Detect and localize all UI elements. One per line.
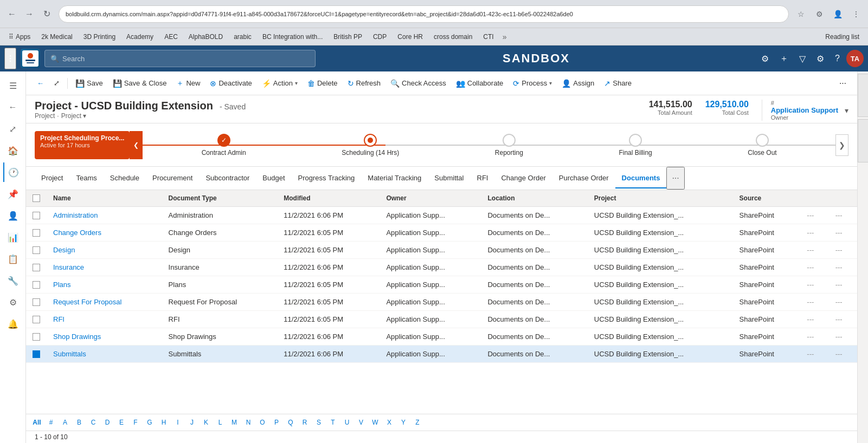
row-name-link[interactable]: Insurance: [53, 263, 84, 271]
check-access-button[interactable]: 🔍 Check Access: [386, 75, 451, 92]
tab-project[interactable]: Project: [35, 168, 69, 188]
filter-icon[interactable]: ▽: [795, 50, 810, 67]
alpha-btn-z[interactable]: Z: [411, 416, 424, 428]
row-name-link[interactable]: Administration: [53, 211, 98, 219]
alpha-btn-b[interactable]: B: [73, 416, 86, 428]
bookmark-british-pp[interactable]: British PP: [329, 32, 367, 42]
tab-schedule[interactable]: Schedule: [104, 168, 146, 188]
gear-icon[interactable]: ⚙: [812, 50, 828, 67]
row-name-link[interactable]: Shop Drawings: [53, 333, 101, 341]
bookmark-cti[interactable]: CTI: [479, 32, 498, 42]
row-checkbox[interactable]: [33, 298, 40, 306]
row-name-link[interactable]: Plans: [53, 281, 71, 289]
sidebar-icon-back[interactable]: ←: [3, 97, 23, 117]
alpha-btn-j[interactable]: J: [185, 416, 198, 428]
alpha-btn-y[interactable]: Y: [397, 416, 410, 428]
tab-purchase-order[interactable]: Purchase Order: [552, 168, 615, 188]
tab-documents[interactable]: Documents: [615, 168, 667, 188]
bookmark-core-hr[interactable]: Core HR: [393, 32, 427, 42]
tab-teams[interactable]: Teams: [69, 168, 103, 188]
action-button[interactable]: ⚡ Action ▾: [258, 75, 302, 92]
alpha-btn-q[interactable]: Q: [284, 416, 297, 428]
right-panel-tab-2[interactable]: [858, 119, 868, 162]
process-stage-contract-admin[interactable]: ✓ Contract Admin: [202, 134, 246, 157]
refresh-button[interactable]: ↻: [39, 6, 54, 22]
back-button[interactable]: ←: [4, 6, 20, 22]
alpha-btn-d[interactable]: D: [101, 416, 114, 428]
tab-budget[interactable]: Budget: [256, 168, 291, 188]
breadcrumb-item-1[interactable]: Project: [35, 112, 55, 120]
alpha-btn-l[interactable]: L: [214, 416, 227, 428]
sidebar-icon-contacts[interactable]: 👤: [3, 206, 23, 225]
bookmark-bc-integration[interactable]: BC Integration with...: [258, 32, 327, 42]
assign-button[interactable]: 👤 Assign: [557, 75, 599, 92]
global-search-bar[interactable]: 🔍 Search: [44, 50, 316, 67]
sidebar-icon-recent[interactable]: 🕐: [3, 162, 23, 182]
active-process-stage[interactable]: Project Scheduling Proce... Active for 1…: [35, 131, 130, 159]
alpha-btn-h[interactable]: H: [157, 416, 170, 428]
breadcrumb-item-2[interactable]: Project ▾: [61, 112, 87, 120]
tab-progress-tracking[interactable]: Progress Tracking: [292, 168, 362, 188]
sidebar-icon-charts[interactable]: 📊: [3, 227, 23, 247]
app-grid-icon[interactable]: ⁝: [4, 48, 16, 69]
alpha-btn-n[interactable]: N: [242, 416, 255, 428]
tab-subcontractor[interactable]: Subcontractor: [199, 168, 256, 188]
alpha-btn-t[interactable]: T: [326, 416, 339, 428]
entity-header-expand-button[interactable]: ▾: [845, 106, 848, 115]
back-button[interactable]: ←: [33, 75, 48, 92]
process-button[interactable]: ⟳ Process ▾: [509, 75, 556, 92]
sidebar-icon-notifications[interactable]: 🔔: [3, 314, 23, 334]
bookmark-arabic[interactable]: arabic: [229, 32, 256, 42]
tab-procurement[interactable]: Procurement: [146, 168, 199, 188]
alpha-btn-k[interactable]: K: [200, 416, 213, 428]
row-checkbox[interactable]: [33, 229, 40, 237]
app-logo[interactable]: [21, 49, 40, 68]
alpha-btn-e[interactable]: E: [115, 416, 128, 428]
save-button[interactable]: 💾 Save: [71, 75, 107, 92]
row-checkbox[interactable]: [33, 246, 40, 254]
right-panel-tab-1[interactable]: [858, 74, 868, 117]
popup-button[interactable]: ⤢: [49, 75, 64, 92]
bookmark-2k-medical[interactable]: 2k Medical: [37, 32, 76, 42]
row-checkbox[interactable]: [33, 350, 40, 358]
sidebar-icon-pinned[interactable]: 📌: [3, 184, 23, 204]
alpha-btn-all[interactable]: All: [30, 416, 43, 428]
breadcrumb[interactable]: Project · Project ▾: [35, 112, 246, 120]
tab-rfi[interactable]: RFI: [471, 168, 495, 188]
alpha-btn-p[interactable]: P: [270, 416, 283, 428]
add-icon[interactable]: ＋: [775, 50, 793, 68]
row-checkbox[interactable]: [33, 316, 40, 323]
alpha-btn-u[interactable]: U: [340, 416, 353, 428]
row-name-link[interactable]: Change Orders: [53, 229, 101, 237]
row-checkbox[interactable]: [33, 333, 40, 341]
alpha-btn-r[interactable]: R: [298, 416, 311, 428]
alpha-btn-f[interactable]: F: [129, 416, 142, 428]
tab-change-order[interactable]: Change Order: [494, 168, 552, 188]
row-name-link[interactable]: RFI: [53, 315, 65, 323]
bookmark-alphabold[interactable]: AlphaBOLD: [184, 32, 227, 42]
profile-button[interactable]: 👤: [830, 6, 845, 22]
row-checkbox[interactable]: [33, 212, 40, 219]
process-stage-close-out[interactable]: Close Out: [748, 134, 776, 157]
more-button[interactable]: ⋯: [835, 75, 851, 92]
alpha-btn-o[interactable]: O: [256, 416, 269, 428]
user-avatar[interactable]: TA: [846, 50, 864, 67]
process-next-button[interactable]: ❯: [835, 134, 848, 156]
refresh-button[interactable]: ↻ Refresh: [343, 75, 385, 92]
tab-submittal[interactable]: Submittal: [428, 168, 470, 188]
tab-more[interactable]: ···: [666, 167, 684, 190]
bookmark-more[interactable]: »: [500, 32, 509, 41]
row-checkbox[interactable]: [33, 264, 40, 271]
alpha-btn-a[interactable]: A: [59, 416, 72, 428]
sidebar-icon-tasks[interactable]: 📋: [3, 249, 23, 269]
sidebar-icon-settings[interactable]: ⚙: [3, 292, 23, 312]
sidebar-icon-tools[interactable]: 🔧: [3, 271, 23, 290]
alpha-btn-v[interactable]: V: [355, 416, 368, 428]
new-button[interactable]: ＋ New: [172, 75, 204, 92]
row-name-link[interactable]: Design: [53, 246, 75, 254]
help-icon[interactable]: ?: [831, 50, 844, 67]
bookmark-apps[interactable]: ⠿ Apps: [4, 32, 35, 42]
settings-icon[interactable]: ⚙: [757, 50, 773, 67]
sidebar-menu-toggle[interactable]: ☰: [3, 76, 23, 95]
star-button[interactable]: ☆: [793, 6, 808, 22]
